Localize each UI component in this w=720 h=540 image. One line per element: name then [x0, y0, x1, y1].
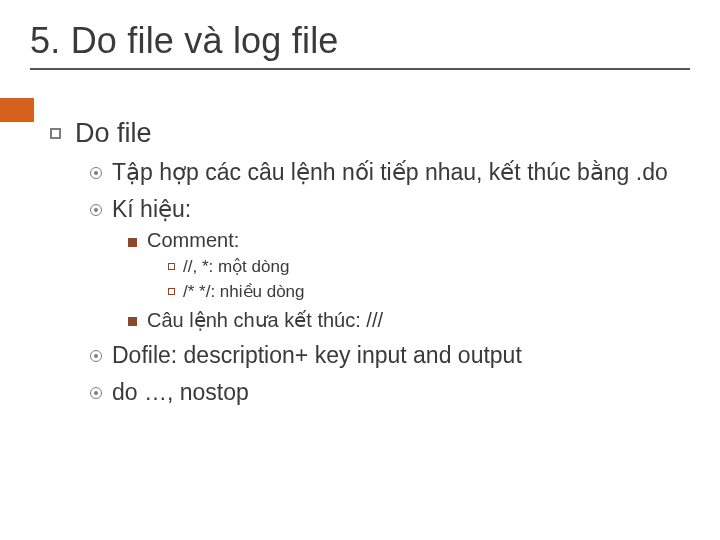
list-item: Dofile: description+ key input and outpu…: [90, 342, 690, 369]
lvl1-heading: Do file: [75, 118, 152, 149]
circledot-bullet-icon: [90, 387, 102, 399]
hollow-square-bullet-icon: [168, 263, 175, 270]
lvl4-text: //, *: một dòng: [183, 256, 289, 277]
hollow-square-bullet-icon: [168, 288, 175, 295]
list-item: Do file: [50, 118, 690, 149]
lvl3-text: Comment:: [147, 229, 239, 252]
circledot-bullet-icon: [90, 204, 102, 216]
slide-title: 5. Do file và log file: [30, 20, 690, 62]
lvl2-text: Tập hợp các câu lệnh nối tiếp nhau, kết …: [112, 159, 668, 186]
lvl2-text: do …, nostop: [112, 379, 249, 406]
list-item: Kí hiệu:: [90, 196, 690, 223]
list-item: /* */: nhiều dòng: [168, 281, 690, 302]
solid-square-bullet-icon: [128, 317, 137, 326]
slide: 5. Do file và log file Do file Tập hợp c…: [0, 0, 720, 540]
solid-square-bullet-icon: [128, 238, 137, 247]
circledot-bullet-icon: [90, 167, 102, 179]
content: Do file Tập hợp các câu lệnh nối tiếp nh…: [30, 118, 690, 406]
list-item: Comment:: [128, 229, 690, 252]
list-item: Tập hợp các câu lệnh nối tiếp nhau, kết …: [90, 159, 690, 186]
title-wrap: 5. Do file và log file: [30, 20, 690, 70]
lvl4-text: /* */: nhiều dòng: [183, 281, 305, 302]
lvl2-text: Kí hiệu:: [112, 196, 191, 223]
list-item: Câu lệnh chưa kết thúc: ///: [128, 308, 690, 332]
list-item: do …, nostop: [90, 379, 690, 406]
square-bullet-icon: [50, 128, 61, 139]
circledot-bullet-icon: [90, 350, 102, 362]
lvl3-text: Câu lệnh chưa kết thúc: ///: [147, 308, 383, 332]
list-item: //, *: một dòng: [168, 256, 690, 277]
lvl2-text: Dofile: description+ key input and outpu…: [112, 342, 522, 369]
accent-bar: [0, 98, 34, 122]
